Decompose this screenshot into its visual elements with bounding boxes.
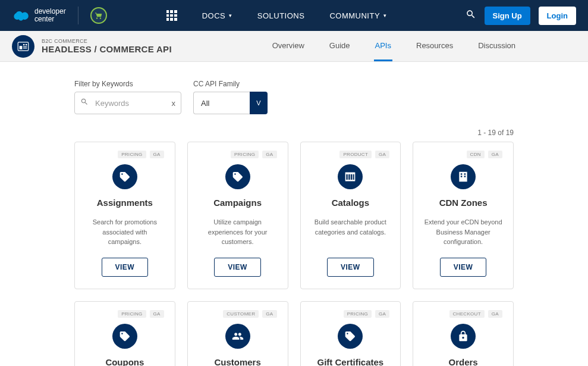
page-title: HEADLESS / COMMERCE API xyxy=(42,44,172,54)
api-card: PRICING GA Gift Certificates Manage your… xyxy=(300,301,401,367)
svg-rect-3 xyxy=(26,44,27,45)
status-badge: GA xyxy=(262,151,276,158)
view-button[interactable]: VIEW xyxy=(214,258,261,277)
card-title: Campaigns xyxy=(199,198,277,208)
view-button[interactable]: VIEW xyxy=(102,258,149,277)
api-card: CUSTOMER GA Customers Manage customer li… xyxy=(187,301,288,367)
tab-overview[interactable]: Overview xyxy=(271,32,306,61)
card-badges: PRICING GA xyxy=(199,151,277,158)
keyword-input[interactable] xyxy=(74,92,181,114)
family-select[interactable]: All V xyxy=(193,92,268,114)
category-badge: CHECKOUT xyxy=(449,310,485,318)
status-badge: GA xyxy=(488,151,502,158)
nav-links: DOCS▾ SOLUTIONS COMMUNITY▾ xyxy=(166,10,387,21)
svg-rect-10 xyxy=(353,174,354,180)
brand-logo[interactable]: developercenter xyxy=(12,8,66,23)
sub-header: B2C COMMERCE HEADLESS / COMMERCE API Ove… xyxy=(0,31,588,62)
card-title: CDN Zones xyxy=(424,198,502,208)
svg-rect-5 xyxy=(23,48,27,48)
nav-docs[interactable]: DOCS▾ xyxy=(202,11,232,20)
card-description: Search for promotions associated with ca… xyxy=(86,217,164,247)
view-button[interactable]: VIEW xyxy=(440,258,487,277)
chevron-down-icon: ▾ xyxy=(383,12,387,18)
family-filter: CC API Family All V xyxy=(193,80,268,114)
login-button[interactable]: Login xyxy=(539,7,576,25)
result-count: 1 - 19 of 19 xyxy=(74,129,514,137)
svg-rect-8 xyxy=(348,174,350,180)
tag-icon xyxy=(112,164,137,189)
api-card: PRODUCT GA Catalogs Build searchable pro… xyxy=(300,142,401,289)
search-icon xyxy=(80,98,89,108)
status-badge: GA xyxy=(375,310,389,318)
tabs: Overview Guide APIs Resources Discussion xyxy=(271,32,517,61)
status-badge: GA xyxy=(150,310,164,318)
view-button[interactable]: VIEW xyxy=(327,258,374,277)
top-nav: developercenter DOCS▾ SOLUTIONS COMMUNIT… xyxy=(0,0,588,31)
api-grid: PRICING GA Assignments Search for promot… xyxy=(74,142,514,366)
apps-grid-icon[interactable] xyxy=(166,10,177,21)
nav-solutions[interactable]: SOLUTIONS xyxy=(257,11,305,20)
tab-discussion[interactable]: Discussion xyxy=(477,32,517,61)
breadcrumb: B2C COMMERCE HEADLESS / COMMERCE API xyxy=(12,35,172,58)
tab-apis[interactable]: APIs xyxy=(374,32,392,61)
columns-icon xyxy=(338,164,363,189)
keyword-label: Filter by Keywords xyxy=(74,80,181,88)
card-title: Catalogs xyxy=(312,198,390,208)
api-card: PRICING GA Campaigns Utilize campaign ex… xyxy=(187,142,288,289)
lock-icon xyxy=(451,324,476,349)
category-badge: PRICING xyxy=(118,310,146,318)
commerce-icon[interactable] xyxy=(90,7,107,24)
chevron-down-icon: ▾ xyxy=(229,12,232,18)
clear-icon[interactable]: x xyxy=(172,99,176,108)
svg-rect-4 xyxy=(23,46,27,47)
people-icon xyxy=(225,324,250,349)
card-title: Coupons xyxy=(86,357,164,367)
api-card: PRICING GA Assignments Search for promot… xyxy=(74,142,175,289)
divider xyxy=(78,7,78,24)
salesforce-cloud-icon xyxy=(12,9,31,22)
tag-icon xyxy=(338,324,363,349)
nav-community[interactable]: COMMUNITY▾ xyxy=(329,11,386,20)
family-label: CC API Family xyxy=(193,80,268,88)
svg-rect-2 xyxy=(23,44,24,45)
card-description: Extend your eCDN beyond Business Manager… xyxy=(424,217,502,247)
svg-rect-7 xyxy=(347,174,348,180)
tab-guide[interactable]: Guide xyxy=(328,32,351,61)
tab-resources[interactable]: Resources xyxy=(415,32,454,61)
filters: Filter by Keywords x CC API Family All V xyxy=(74,80,514,114)
category-badge: PRICING xyxy=(344,310,372,318)
card-title: Gift Certificates xyxy=(312,357,390,367)
card-description: Build searchable product categories and … xyxy=(312,217,390,247)
nav-left: developercenter DOCS▾ SOLUTIONS COMMUNIT… xyxy=(12,7,387,24)
chevron-down-icon: V xyxy=(250,92,268,114)
status-badge: GA xyxy=(375,151,389,158)
card-title: Customers xyxy=(199,357,277,367)
card-title: Orders xyxy=(424,357,502,367)
api-badge-icon xyxy=(12,35,34,58)
category-badge: CDN xyxy=(467,151,485,158)
card-badges: PRICING GA xyxy=(86,151,164,158)
tag-icon xyxy=(225,164,250,189)
status-badge: GA xyxy=(150,151,164,158)
status-badge: GA xyxy=(488,310,502,318)
building-icon xyxy=(451,164,476,189)
api-card: CHECKOUT GA Orders Manage order and orde… xyxy=(413,301,514,367)
tag-icon xyxy=(112,324,137,349)
brand-text: developercenter xyxy=(34,8,66,23)
status-badge: GA xyxy=(262,310,276,318)
signup-button[interactable]: Sign Up xyxy=(485,7,530,25)
content: Filter by Keywords x CC API Family All V… xyxy=(0,62,588,366)
api-card: PRICING GA Coupons Manage coupons for us… xyxy=(74,301,175,367)
category-badge: PRICING xyxy=(118,151,146,158)
category-badge: PRODUCT xyxy=(339,151,372,158)
card-badges: PRICING GA xyxy=(312,310,390,318)
keyword-filter: Filter by Keywords x xyxy=(74,80,181,114)
search-icon[interactable] xyxy=(466,9,476,22)
category-badge: PRICING xyxy=(231,151,259,158)
card-badges: PRODUCT GA xyxy=(312,151,390,158)
breadcrumb-eyebrow: B2C COMMERCE xyxy=(42,38,172,44)
card-description: Utilize campaign experiences for your cu… xyxy=(199,217,277,247)
card-badges: CDN GA xyxy=(424,151,502,158)
nav-right: Sign Up Login xyxy=(466,7,577,25)
svg-rect-9 xyxy=(351,174,353,180)
